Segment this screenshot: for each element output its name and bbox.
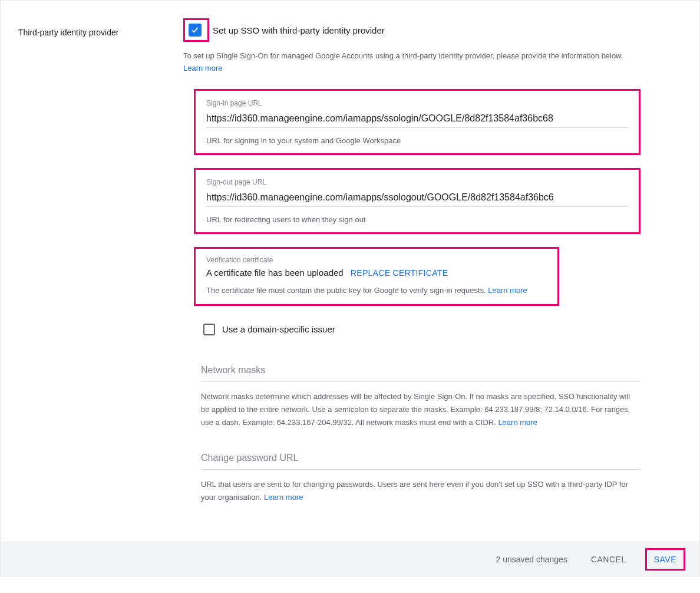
cert-hint: The certificate file must contain the pu…	[206, 286, 547, 295]
domain-issuer-label: Use a domain-specific issuer	[222, 324, 335, 334]
unsaved-changes-text: 2 unsaved changes	[496, 555, 567, 564]
network-masks-learn-more-link[interactable]: Learn more	[498, 418, 537, 427]
network-masks-desc-text: Network masks determine which addresses …	[201, 392, 630, 427]
cert-label: Verification certificate	[206, 256, 547, 264]
change-password-title: Change password URL	[201, 453, 640, 470]
network-masks-desc: Network masks determine which addresses …	[201, 390, 640, 429]
signout-url-block: Sign-out page URL URL for redirecting us…	[194, 168, 640, 234]
change-password-desc: URL that users are sent to for changing …	[201, 478, 640, 504]
replace-certificate-link[interactable]: REPLACE CERTIFICATE	[351, 268, 448, 278]
domain-issuer-checkbox[interactable]	[203, 324, 215, 335]
network-masks-title: Network masks	[201, 365, 640, 382]
change-password-section: Change password URL URL that users are s…	[201, 453, 640, 504]
sso-checkbox-highlight	[183, 18, 209, 42]
signin-url-block: Sign-in page URL URL for signing in to y…	[194, 89, 640, 155]
section-side-label: Third-party identity provider	[18, 18, 183, 37]
intro-text-span: To set up Single Sign-On for managed Goo…	[183, 51, 623, 60]
signout-url-label: Sign-out page URL	[206, 178, 628, 186]
signout-url-input[interactable]	[206, 190, 628, 207]
signin-url-input[interactable]	[206, 111, 628, 128]
footer-bar: 2 unsaved changes CANCEL SAVE	[1, 542, 699, 576]
body-area: Third-party identity provider Set up SSO…	[1, 1, 699, 542]
cert-block: Verification certificate A certificate f…	[194, 247, 559, 306]
change-password-learn-more-link[interactable]: Learn more	[264, 493, 303, 502]
cert-learn-more-link[interactable]: Learn more	[488, 286, 527, 295]
intro-learn-more-link[interactable]: Learn more	[183, 64, 222, 73]
sso-intro-text: To set up Single Sign-On for managed Goo…	[183, 50, 640, 75]
signout-url-hint: URL for redirecting users to when they s…	[206, 215, 628, 224]
cert-hint-text: The certificate file must contain the pu…	[206, 286, 488, 295]
cert-status-text: A certificate file has been uploaded	[206, 268, 344, 278]
save-button[interactable]: SAVE	[647, 550, 684, 569]
sso-settings-page: Third-party identity provider Set up SSO…	[0, 0, 700, 576]
sso-checkbox[interactable]	[189, 24, 202, 37]
cert-status-row: A certificate file has been uploaded REP…	[206, 268, 547, 278]
signin-url-label: Sign-in page URL	[206, 99, 628, 107]
domain-issuer-row: Use a domain-specific issuer	[203, 324, 640, 335]
save-button-highlight: SAVE	[645, 548, 685, 571]
sso-checkbox-row: Set up SSO with third-party identity pro…	[183, 18, 640, 42]
checkmark-icon	[191, 26, 199, 34]
right-content: Set up SSO with third-party identity pro…	[183, 18, 676, 518]
signin-url-hint: URL for signing in to your system and Go…	[206, 136, 628, 145]
cancel-button[interactable]: CANCEL	[584, 550, 633, 569]
network-masks-section: Network masks Network masks determine wh…	[201, 365, 640, 429]
sso-checkbox-label: Set up SSO with third-party identity pro…	[213, 25, 385, 35]
